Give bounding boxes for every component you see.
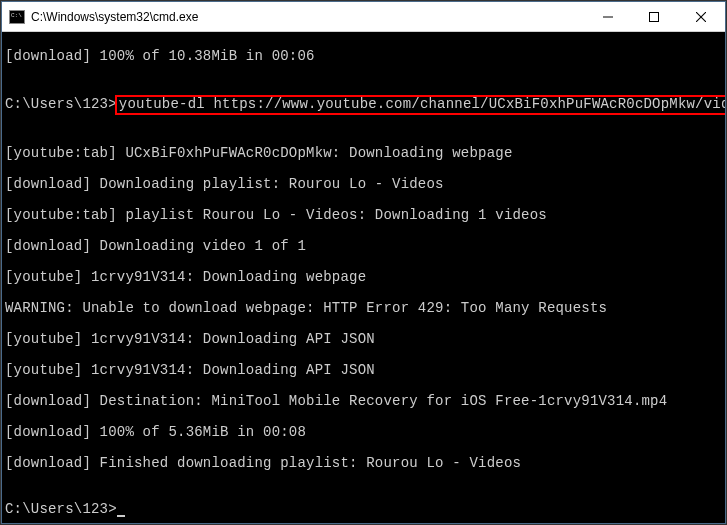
minimize-button[interactable] bbox=[585, 2, 631, 31]
output-line: [youtube:tab] playlist Rourou Lo - Video… bbox=[5, 208, 725, 224]
svg-rect-1 bbox=[650, 12, 659, 21]
highlighted-command: youtube-dl https://www.youtube.com/chann… bbox=[115, 95, 725, 115]
output-line: [download] 100% of 10.38MiB in 00:06 bbox=[5, 49, 725, 65]
console-area[interactable]: [download] 100% of 10.38MiB in 00:06 C:\… bbox=[2, 32, 725, 523]
titlebar[interactable]: C:\Windows\system32\cmd.exe bbox=[2, 2, 725, 32]
output-line: [youtube:tab] UCxBiF0xhPuFWAcR0cDOpMkw: … bbox=[5, 146, 725, 162]
prompt-text: C:\Users\123> bbox=[5, 501, 117, 517]
output-line: [download] Downloading video 1 of 1 bbox=[5, 239, 725, 255]
output-line: [youtube] 1crvy91V314: Downloading API J… bbox=[5, 363, 725, 379]
output-line: [download] Destination: MiniTool Mobile … bbox=[5, 394, 725, 410]
output-line: WARNING: Unable to download webpage: HTT… bbox=[5, 301, 725, 317]
command-line: C:\Users\123>youtube-dl https://www.yout… bbox=[5, 95, 725, 115]
prompt-text: C:\Users\123> bbox=[5, 97, 117, 113]
output-line: [download] Finished downloading playlist… bbox=[5, 456, 725, 472]
output-line: [youtube] 1crvy91V314: Downloading webpa… bbox=[5, 270, 725, 286]
cmd-window: C:\Windows\system32\cmd.exe [download] 1… bbox=[1, 1, 726, 524]
output-line: [download] Downloading playlist: Rourou … bbox=[5, 177, 725, 193]
cursor bbox=[117, 515, 125, 517]
output-line: [download] 100% of 5.36MiB in 00:08 bbox=[5, 425, 725, 441]
prompt-line: C:\Users\123> bbox=[5, 502, 725, 518]
close-button[interactable] bbox=[677, 2, 725, 31]
window-controls bbox=[585, 2, 725, 31]
close-icon bbox=[696, 12, 706, 22]
maximize-icon bbox=[649, 12, 659, 22]
window-title: C:\Windows\system32\cmd.exe bbox=[31, 10, 585, 24]
minimize-icon bbox=[603, 12, 613, 22]
cmd-icon bbox=[9, 10, 25, 24]
output-line: [youtube] 1crvy91V314: Downloading API J… bbox=[5, 332, 725, 348]
maximize-button[interactable] bbox=[631, 2, 677, 31]
